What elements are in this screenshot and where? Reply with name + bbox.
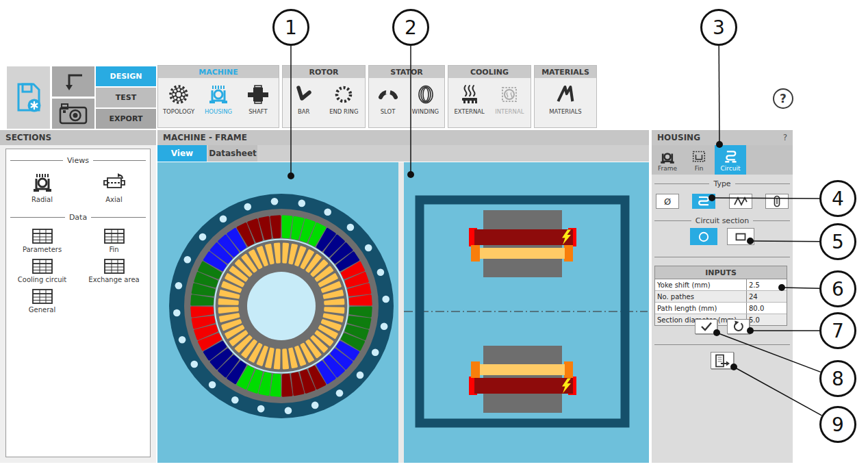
ribbon-item-label: TOPOLOGY <box>163 108 194 115</box>
rect-section-icon <box>735 232 747 242</box>
ribbon-item-materials[interactable]: MATERIALS <box>546 84 585 115</box>
screenshot-button[interactable] <box>52 99 94 129</box>
axial-view[interactable] <box>404 162 649 463</box>
frame-tab-icon <box>659 149 676 165</box>
table-row: No. pathes 24 <box>655 291 787 303</box>
view-item-radial[interactable]: Radial <box>6 172 78 203</box>
type-straight-button[interactable] <box>765 194 789 209</box>
ribbon-group-title: COOLING <box>448 66 531 78</box>
action-buttons <box>652 319 793 334</box>
tab-label: Fin <box>695 165 704 172</box>
undo-button[interactable] <box>52 66 94 97</box>
ribbon-item-internal: INTERNAL <box>490 84 528 115</box>
ribbon-item-bar[interactable]: BAR <box>285 84 323 115</box>
ribbon-item-end-ring[interactable]: END RING <box>324 84 363 115</box>
type-separator: Type <box>654 179 790 188</box>
callout-8: 8 <box>819 360 856 397</box>
main-panel-title: MACHINE - FRAME <box>163 133 247 142</box>
housing-help-icon[interactable]: ? <box>783 133 787 142</box>
divider <box>654 344 790 345</box>
input-value[interactable]: 80.0 <box>746 303 787 314</box>
callout-6: 6 <box>819 270 856 307</box>
topology-icon <box>168 84 190 105</box>
export-results-button[interactable] <box>711 352 734 369</box>
design-mode-button[interactable]: DESIGN <box>96 66 156 86</box>
ribbon-item-housing[interactable]: HOUSING <box>199 84 238 115</box>
ribbon-group-machine: MACHINE TOPOLOGY <box>157 65 279 128</box>
inputs-table: INPUTS Yoke shift (mm) 2.5 No. pathes 24… <box>654 266 787 326</box>
input-label: Path length (mm) <box>655 303 746 314</box>
zigzag-icon <box>732 195 749 207</box>
ribbon-group-materials: MATERIALS MATERIALS <box>534 65 597 128</box>
table-icon <box>32 259 53 274</box>
housing-tab-bar: Frame Fin Circuit <box>652 145 793 175</box>
reset-icon <box>732 320 745 333</box>
circuit-tab-icon <box>722 149 739 165</box>
view-divider <box>398 162 404 463</box>
inputs-table-title: INPUTS <box>655 266 787 279</box>
data-item-cooling-circuit[interactable]: Cooling circuit <box>6 259 78 283</box>
circle-section-icon <box>698 231 710 243</box>
data-item-parameters[interactable]: Parameters <box>6 229 78 253</box>
top-toolbar: DESIGN TEST EXPORT MACHINE TOPOL <box>0 63 868 130</box>
reset-button[interactable] <box>727 319 750 334</box>
table-icon <box>32 229 53 244</box>
tab-fin[interactable]: Fin <box>683 145 715 175</box>
ribbon-item-label: MATERIALS <box>549 108 581 115</box>
ribbon-item-external[interactable]: EXTERNAL <box>450 84 489 115</box>
section-rectangular-button[interactable] <box>727 228 754 245</box>
type-serpentine-button[interactable] <box>692 194 715 209</box>
main-panel: MACHINE - FRAME View Datasheet <box>157 130 649 463</box>
data-item-exchange-area[interactable]: Exchange area <box>78 259 150 283</box>
type-none-button[interactable]: Ø <box>656 194 679 209</box>
ribbon-item-label: SHAFT <box>248 108 268 115</box>
table-icon <box>104 229 125 244</box>
ribbon-group-title: MATERIALS <box>535 66 596 78</box>
ribbon-item-shaft[interactable]: SHAFT <box>239 84 277 115</box>
ribbon-group-title: STATOR <box>369 66 444 78</box>
slot-icon <box>377 84 399 105</box>
view-item-axial[interactable]: Axial <box>78 172 150 203</box>
serpentine-icon <box>695 195 712 207</box>
input-value[interactable]: 2.5 <box>746 279 787 290</box>
data-item-label: General <box>29 306 55 314</box>
circuit-type-options: Ø <box>656 194 789 209</box>
export-mode-button[interactable]: EXPORT <box>96 109 156 129</box>
housing-icon <box>207 84 229 105</box>
data-item-label: Exchange area <box>88 276 139 283</box>
ribbon-item-label: SLOT <box>381 108 396 115</box>
save-icon <box>14 81 44 115</box>
straight-duct-icon <box>769 195 785 207</box>
apply-button[interactable] <box>695 319 717 334</box>
tab-view[interactable]: View <box>157 145 207 162</box>
internal-cooling-icon <box>498 84 520 105</box>
view-item-label: Axial <box>105 196 122 203</box>
save-button[interactable] <box>7 66 50 129</box>
table-row: Path length (mm) 80.0 <box>655 303 787 314</box>
table-row: Yoke shift (mm) 2.5 <box>655 279 787 291</box>
ribbon-item-winding[interactable]: WINDING <box>407 84 444 115</box>
callout-7: 7 <box>819 312 856 349</box>
tab-datasheet[interactable]: Datasheet <box>208 145 257 162</box>
ribbon-item-slot[interactable]: SLOT <box>369 84 407 115</box>
section-circular-button[interactable] <box>690 228 717 245</box>
data-item-fin[interactable]: Fin <box>78 229 150 253</box>
test-mode-button[interactable]: TEST <box>96 88 156 107</box>
radial-view[interactable] <box>157 162 398 463</box>
ribbon-group-title: MACHINE <box>158 66 279 78</box>
circuit-section-separator: Circuit section <box>654 216 790 225</box>
data-item-general[interactable]: General <box>6 289 78 314</box>
input-label: No. pathes <box>655 291 746 302</box>
tab-frame[interactable]: Frame <box>652 145 683 175</box>
type-zigzag-button[interactable] <box>729 194 752 209</box>
tab-circuit[interactable]: Circuit <box>715 145 746 175</box>
table-icon <box>32 289 53 304</box>
data-item-label: Fin <box>109 246 118 253</box>
camera-icon <box>59 103 88 125</box>
help-button[interactable]: ? <box>773 88 793 109</box>
bar-icon <box>293 84 315 105</box>
winding-icon <box>415 84 437 105</box>
ribbon-item-topology[interactable]: TOPOLOGY <box>159 84 198 115</box>
divider <box>654 257 790 257</box>
input-value[interactable]: 24 <box>746 291 787 302</box>
